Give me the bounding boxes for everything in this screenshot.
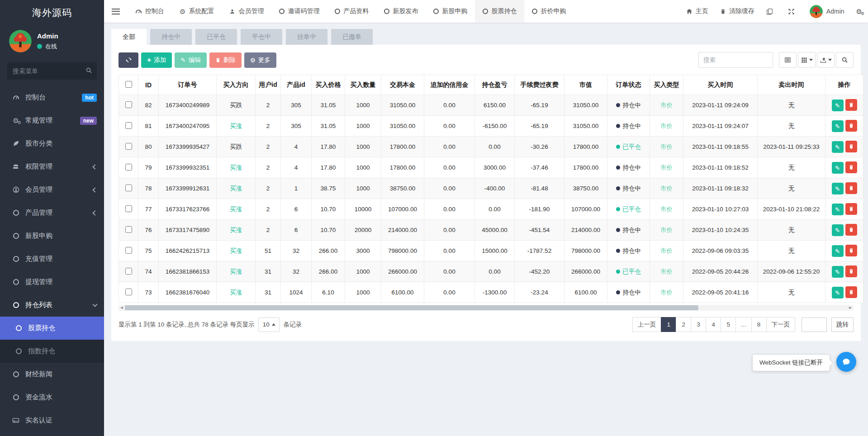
actions-cell: ✎: [825, 282, 863, 303]
page-button[interactable]: 1: [661, 317, 676, 332]
tab-全部[interactable]: 全部: [111, 29, 147, 45]
scroll-right-icon[interactable]: ►: [847, 305, 854, 311]
row-checkbox[interactable]: [125, 122, 132, 129]
sidebar-item[interactable]: 产品管理: [0, 201, 104, 224]
sidebar-item[interactable]: 新股申购: [0, 224, 104, 247]
row-delete-button[interactable]: [845, 161, 857, 173]
fullscreen-button[interactable]: [782, 0, 804, 23]
row-checkbox[interactable]: [125, 247, 132, 254]
row-delete-button[interactable]: [845, 99, 857, 111]
sidebar-item[interactable]: 资金流水: [0, 386, 104, 409]
navbar-item[interactable]: 邀请码管理: [271, 0, 327, 23]
user-menu[interactable]: Admin: [804, 0, 850, 23]
navbar-item[interactable]: 产品资料: [327, 0, 376, 23]
edit-button[interactable]: ✎ 编辑: [175, 52, 206, 68]
row-edit-button[interactable]: ✎: [832, 204, 844, 215]
detail-view-button[interactable]: [779, 52, 797, 68]
sidebar-item[interactable]: 股市分类: [0, 132, 104, 155]
navbar-item[interactable]: 控制台: [128, 0, 172, 23]
navbar-item[interactable]: 新股发布: [376, 0, 426, 23]
tab-已撤单[interactable]: 已撤单: [331, 29, 373, 45]
page-button[interactable]: 3: [691, 317, 706, 332]
row-delete-button[interactable]: [845, 182, 857, 194]
columns-button[interactable]: [798, 52, 816, 68]
row-checkbox[interactable]: [125, 226, 132, 233]
sidebar-item[interactable]: 提现管理: [0, 270, 104, 294]
row-delete-button[interactable]: [845, 286, 857, 298]
sidebar-item[interactable]: 充值管理: [0, 247, 104, 270]
delete-button[interactable]: 删除: [209, 52, 242, 68]
page-button[interactable]: 4: [706, 317, 721, 332]
sidebar-toggle-button[interactable]: [104, 0, 128, 23]
page-button[interactable]: 2: [676, 317, 691, 332]
sidebar-item[interactable]: 股票持仓: [0, 317, 104, 340]
avatar[interactable]: [9, 30, 32, 52]
row-delete-button[interactable]: [845, 245, 857, 256]
tab-平仓中[interactable]: 平仓中: [241, 29, 282, 45]
row-edit-button[interactable]: ✎: [832, 120, 844, 132]
next-page-button[interactable]: 下一页: [766, 317, 796, 332]
scroll-left-icon[interactable]: ◄: [119, 305, 125, 311]
horizontal-scrollbar[interactable]: ◄ ►: [119, 305, 854, 311]
navbar-item[interactable]: 新股申购: [426, 0, 475, 23]
search-button[interactable]: [836, 52, 854, 68]
navbar-item[interactable]: 会员管理: [222, 0, 271, 23]
navbar-item[interactable]: 折价申购: [524, 0, 574, 23]
sidebar-item[interactable]: 会员管理: [0, 178, 104, 201]
page-ellipsis-button[interactable]: ...: [735, 317, 751, 332]
notes-button[interactable]: [760, 0, 782, 23]
row-edit-button[interactable]: ✎: [832, 287, 844, 299]
clear-cache-button[interactable]: 清除缓存: [714, 0, 760, 23]
row-checkbox[interactable]: [125, 268, 132, 275]
select-all-checkbox[interactable]: [125, 81, 132, 88]
chat-widget-button[interactable]: [836, 352, 856, 372]
tab-挂单中[interactable]: 挂单中: [286, 29, 327, 45]
export-button[interactable]: [817, 52, 835, 68]
jump-page-input[interactable]: [802, 318, 827, 332]
more-button[interactable]: ⚙ 更多: [244, 52, 276, 68]
sidebar-item[interactable]: 财经新闻: [0, 363, 104, 386]
row-checkbox[interactable]: [125, 164, 132, 171]
row-edit-button[interactable]: ✎: [832, 224, 844, 236]
sidebar-item[interactable]: 控制台hot: [0, 86, 104, 109]
home-button[interactable]: 主页: [680, 0, 714, 23]
tab-持仓中[interactable]: 持仓中: [150, 29, 192, 45]
scrollbar-thumb[interactable]: [125, 305, 698, 310]
row-delete-button[interactable]: [845, 120, 857, 132]
row-edit-button[interactable]: ✎: [832, 183, 844, 194]
navbar-item[interactable]: ⚙系统配置: [172, 0, 222, 23]
row-delete-button[interactable]: [845, 224, 857, 236]
row-edit-button[interactable]: ✎: [832, 141, 844, 153]
trash-icon: [849, 185, 854, 191]
row-checkbox[interactable]: [125, 289, 132, 295]
settings-button[interactable]: ⚙⚙: [850, 0, 868, 23]
sidebar-item[interactable]: 指数持仓: [0, 340, 104, 363]
tab-已平仓[interactable]: 已平仓: [195, 29, 237, 45]
row-delete-button[interactable]: [845, 203, 857, 215]
prev-page-button[interactable]: 上一页: [632, 317, 662, 332]
refresh-button[interactable]: [119, 52, 138, 68]
sidebar-item[interactable]: 持仓列表: [0, 294, 104, 317]
row-edit-button[interactable]: ✎: [832, 266, 844, 278]
row-delete-button[interactable]: [845, 141, 857, 152]
jump-button[interactable]: 跳转: [831, 318, 854, 332]
sidebar-item[interactable]: 折价申购: [0, 432, 104, 436]
row-checkbox[interactable]: [125, 101, 132, 108]
row-edit-button[interactable]: ✎: [832, 100, 844, 111]
table-search-input[interactable]: [698, 52, 773, 68]
page-size-select[interactable]: 10: [258, 318, 280, 332]
row-delete-button[interactable]: [845, 265, 857, 277]
add-button[interactable]: + 添加: [141, 52, 172, 68]
sidebar-search-input[interactable]: [7, 62, 97, 80]
row-checkbox[interactable]: [125, 143, 132, 150]
page-button[interactable]: 8: [751, 317, 767, 332]
row-edit-button[interactable]: ✎: [832, 162, 844, 174]
row-checkbox[interactable]: [125, 185, 132, 191]
page-button[interactable]: 5: [721, 317, 736, 332]
row-checkbox[interactable]: [125, 205, 132, 212]
sidebar-item[interactable]: ⚙⚙常规管理new: [0, 109, 104, 132]
sidebar-item[interactable]: 权限管理: [0, 155, 104, 178]
sidebar-item[interactable]: 实名认证: [0, 409, 104, 432]
navbar-item[interactable]: 股票持仓: [475, 0, 524, 23]
row-edit-button[interactable]: ✎: [832, 245, 844, 257]
